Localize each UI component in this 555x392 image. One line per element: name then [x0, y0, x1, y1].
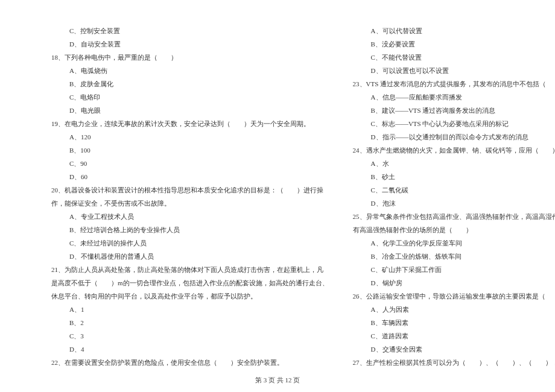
text-line: A、可以代替设置 [347, 24, 555, 37]
text-line: C、未经过培训的操作人员 [45, 236, 329, 250]
text-line: C、不能代替设置 [347, 51, 555, 64]
text-line: D、泡沫 [347, 197, 555, 210]
text-line: A、人为因素 [347, 303, 555, 316]
right-column: A、可以代替设置B、没必要设置C、不能代替设置D、可以设置也可以不设置23、VT… [338, 24, 555, 369]
text-line: 作，能保证安全，不受伤害或不出故障。 [45, 197, 329, 210]
text-line: B、车辆因素 [347, 316, 555, 329]
text-line: D、不懂机器使用的普通人员 [45, 250, 329, 263]
text-line: D、电光眼 [45, 104, 329, 117]
text-line: 26、公路运输安全管理中，导致公路运输发生事故的主要因素是（ ） [347, 289, 555, 303]
text-line: B、皮肤金属化 [45, 77, 329, 90]
text-line: 休息平台、转向用的中间平台，以及高处作业平台等，都应予以防护。 [45, 289, 329, 303]
text-line: C、90 [45, 157, 329, 170]
text-line: D、交通安全因素 [347, 343, 555, 356]
text-line: C、二氧化碳 [347, 183, 555, 197]
text-line: A、水 [347, 157, 555, 170]
text-line: B、经过培训合格上岗的专业操作人员 [45, 223, 329, 236]
text-line: B、2 [45, 316, 329, 329]
text-line: C、标志——VTS 中心认为必要地点采用的标记 [347, 117, 555, 130]
text-line: A、专业工程技术人员 [45, 210, 329, 223]
text-line: D、60 [45, 170, 329, 183]
text-line: B、砂土 [347, 170, 555, 183]
text-line: 19、在电力企业，连续无事故的累计次天数，安全记录达到（ ）天为一个安全周期。 [45, 117, 329, 130]
text-line: 25、异常气象条件作业包括高温作业、高温强热辐射作业，高温高湿作业等。下列生产场… [347, 210, 555, 223]
text-line: D、4 [45, 343, 329, 356]
text-line: B、建议——VTS 通过咨询服务发出的消息 [347, 104, 555, 117]
text-line: C、电烙印 [45, 90, 329, 104]
text-line: A、电弧烧伤 [45, 64, 329, 77]
text-line: 20、机器设备设计和装置设计的根本性指导思想和本质安全化追求的目标是：（ ）进行… [45, 183, 329, 197]
text-line: B、冶金工业的炼钢、炼铁车间 [347, 250, 555, 263]
text-line: 有高温强热辐射作业的场所的是（ ） [347, 223, 555, 236]
text-line: 24、遇水产生燃烧物的火灾，如金属钾、钠、碳化钙等，应用（ ）灭火。 [347, 144, 555, 157]
text-line: D、可以设置也可以不设置 [347, 64, 555, 77]
text-line: B、100 [45, 144, 329, 157]
text-line: A、120 [45, 130, 329, 144]
text-line: 22、在需要设置安全防护装置的危险点，使用安全信息（ ）安全防护装置。 [45, 356, 329, 369]
text-line: C、控制安全装置 [45, 24, 329, 37]
text-line: A、化学工业的化学反应釜车间 [347, 236, 555, 250]
text-line: 27、生产性粉尘根据其性质可以分为（ ）、（ ）、（ ），其中炸药属于（ ） [347, 356, 555, 369]
text-line: D、自动安全装置 [45, 37, 329, 51]
page-footer: 第 3 页 共 12 页 [0, 376, 555, 385]
text-line: C、道路因素 [347, 329, 555, 343]
text-line: A、1 [45, 303, 329, 316]
text-line: C、矿山井下采掘工作面 [347, 263, 555, 276]
text-line: 18、下列各种电伤中，最严重的是（ ） [45, 51, 329, 64]
text-line: 23、VTS 通过发布消息的方式提供服务，其发布的消息中不包括（ ） [347, 77, 555, 90]
text-line: B、没必要设置 [347, 37, 555, 51]
text-line: D、锅炉房 [347, 276, 555, 289]
left-column: C、控制安全装置D、自动安全装置18、下列各种电伤中，最严重的是（ ）A、电弧烧… [36, 24, 338, 369]
text-line: C、3 [45, 329, 329, 343]
text-line: 是高度不低于（ ）m的一切合理作业点，包括进入作业点的配套设施，如高处的通行走台… [45, 276, 329, 289]
text-line: D、指示——以交通控制目的而以命令方式发布的消息 [347, 130, 555, 144]
text-line: A、信息——应船舶要求而播发 [347, 90, 555, 104]
text-line: 21、为防止人员从高处坠落，防止高处坠落的物体对下面人员造成打击伤害，在起重机上… [45, 263, 329, 276]
